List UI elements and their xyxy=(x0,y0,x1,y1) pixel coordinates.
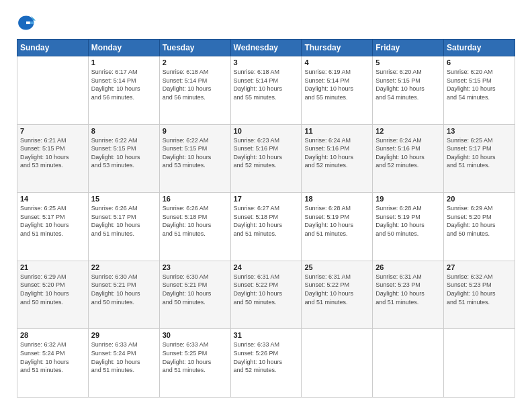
day-info: Sunrise: 6:26 AM Sunset: 5:17 PM Dayligh… xyxy=(91,204,157,238)
calendar-week-3: 14Sunrise: 6:25 AM Sunset: 5:17 PM Dayli… xyxy=(17,193,515,261)
logo-icon xyxy=(17,13,36,32)
day-info: Sunrise: 6:28 AM Sunset: 5:19 PM Dayligh… xyxy=(375,204,441,238)
day-number: 10 xyxy=(234,127,299,135)
calendar-cell: 22Sunrise: 6:30 AM Sunset: 5:21 PM Dayli… xyxy=(88,261,159,329)
calendar-cell: 26Sunrise: 6:31 AM Sunset: 5:23 PM Dayli… xyxy=(373,261,444,329)
day-info: Sunrise: 6:32 AM Sunset: 5:24 PM Dayligh… xyxy=(20,340,85,374)
day-number: 8 xyxy=(91,127,157,135)
calendar-cell: 1Sunrise: 6:17 AM Sunset: 5:14 PM Daylig… xyxy=(88,56,159,125)
weekday-header-row: SundayMondayTuesdayWednesdayThursdayFrid… xyxy=(17,40,515,56)
day-number: 3 xyxy=(234,58,299,66)
day-info: Sunrise: 6:32 AM Sunset: 5:23 PM Dayligh… xyxy=(447,273,512,306)
day-info: Sunrise: 6:28 AM Sunset: 5:19 PM Dayligh… xyxy=(304,204,369,238)
day-info: Sunrise: 6:27 AM Sunset: 5:18 PM Dayligh… xyxy=(234,204,299,238)
calendar-cell: 18Sunrise: 6:28 AM Sunset: 5:19 PM Dayli… xyxy=(302,193,373,261)
calendar-cell: 24Sunrise: 6:31 AM Sunset: 5:22 PM Dayli… xyxy=(230,261,302,329)
calendar-cell: 17Sunrise: 6:27 AM Sunset: 5:18 PM Dayli… xyxy=(230,193,302,261)
header xyxy=(17,13,515,32)
day-info: Sunrise: 6:22 AM Sunset: 5:15 PM Dayligh… xyxy=(163,136,228,170)
logo xyxy=(17,13,38,32)
calendar-cell: 11Sunrise: 6:24 AM Sunset: 5:16 PM Dayli… xyxy=(302,124,373,193)
day-info: Sunrise: 6:21 AM Sunset: 5:15 PM Dayligh… xyxy=(20,136,85,170)
day-number: 24 xyxy=(234,263,299,271)
day-number: 2 xyxy=(163,58,228,66)
calendar-cell: 2Sunrise: 6:18 AM Sunset: 5:14 PM Daylig… xyxy=(159,56,230,125)
calendar-cell: 14Sunrise: 6:25 AM Sunset: 5:17 PM Dayli… xyxy=(17,193,89,261)
day-info: Sunrise: 6:31 AM Sunset: 5:22 PM Dayligh… xyxy=(234,273,299,306)
calendar-cell: 15Sunrise: 6:26 AM Sunset: 5:17 PM Dayli… xyxy=(88,193,159,261)
day-number: 29 xyxy=(91,331,157,339)
weekday-header-wednesday: Wednesday xyxy=(230,40,302,56)
calendar-cell: 27Sunrise: 6:32 AM Sunset: 5:23 PM Dayli… xyxy=(444,261,515,329)
day-info: Sunrise: 6:22 AM Sunset: 5:15 PM Dayligh… xyxy=(91,136,157,170)
calendar-week-5: 28Sunrise: 6:32 AM Sunset: 5:24 PM Dayli… xyxy=(17,329,515,398)
weekday-header-saturday: Saturday xyxy=(444,40,515,56)
day-info: Sunrise: 6:18 AM Sunset: 5:14 PM Dayligh… xyxy=(163,68,228,101)
day-info: Sunrise: 6:30 AM Sunset: 5:21 PM Dayligh… xyxy=(163,273,228,306)
day-number: 21 xyxy=(20,263,85,271)
day-number: 17 xyxy=(234,195,299,203)
day-info: Sunrise: 6:33 AM Sunset: 5:26 PM Dayligh… xyxy=(234,340,299,374)
calendar-table: SundayMondayTuesdayWednesdayThursdayFrid… xyxy=(17,39,515,398)
weekday-header-tuesday: Tuesday xyxy=(159,40,230,56)
calendar-cell: 9Sunrise: 6:22 AM Sunset: 5:15 PM Daylig… xyxy=(159,124,230,193)
day-info: Sunrise: 6:20 AM Sunset: 5:15 PM Dayligh… xyxy=(375,68,441,101)
weekday-header-monday: Monday xyxy=(88,40,159,56)
day-number: 12 xyxy=(375,127,441,135)
day-info: Sunrise: 6:23 AM Sunset: 5:16 PM Dayligh… xyxy=(234,136,299,170)
day-number: 5 xyxy=(375,58,441,66)
calendar-cell: 31Sunrise: 6:33 AM Sunset: 5:26 PM Dayli… xyxy=(230,329,302,398)
day-info: Sunrise: 6:31 AM Sunset: 5:22 PM Dayligh… xyxy=(304,273,369,306)
day-info: Sunrise: 6:19 AM Sunset: 5:14 PM Dayligh… xyxy=(304,68,369,101)
calendar-cell: 25Sunrise: 6:31 AM Sunset: 5:22 PM Dayli… xyxy=(302,261,373,329)
day-info: Sunrise: 6:20 AM Sunset: 5:15 PM Dayligh… xyxy=(447,68,512,101)
day-number: 6 xyxy=(447,58,512,66)
day-number: 30 xyxy=(163,331,228,339)
calendar-week-1: 1Sunrise: 6:17 AM Sunset: 5:14 PM Daylig… xyxy=(17,56,515,125)
day-number: 27 xyxy=(447,263,512,271)
day-number: 31 xyxy=(234,331,299,339)
day-number: 19 xyxy=(375,195,441,203)
day-info: Sunrise: 6:33 AM Sunset: 5:24 PM Dayligh… xyxy=(91,340,157,374)
day-number: 22 xyxy=(91,263,157,271)
calendar-cell xyxy=(302,329,373,398)
calendar-cell: 16Sunrise: 6:26 AM Sunset: 5:18 PM Dayli… xyxy=(159,193,230,261)
day-number: 25 xyxy=(304,263,369,271)
calendar-week-4: 21Sunrise: 6:29 AM Sunset: 5:20 PM Dayli… xyxy=(17,261,515,329)
day-info: Sunrise: 6:17 AM Sunset: 5:14 PM Dayligh… xyxy=(91,68,157,101)
day-number: 23 xyxy=(163,263,228,271)
calendar-cell: 4Sunrise: 6:19 AM Sunset: 5:14 PM Daylig… xyxy=(302,56,373,125)
calendar-cell: 19Sunrise: 6:28 AM Sunset: 5:19 PM Dayli… xyxy=(373,193,444,261)
weekday-header-sunday: Sunday xyxy=(17,40,89,56)
page: SundayMondayTuesdayWednesdayThursdayFrid… xyxy=(0,0,532,411)
calendar-cell: 21Sunrise: 6:29 AM Sunset: 5:20 PM Dayli… xyxy=(17,261,89,329)
calendar-cell: 20Sunrise: 6:29 AM Sunset: 5:20 PM Dayli… xyxy=(444,193,515,261)
day-info: Sunrise: 6:25 AM Sunset: 5:17 PM Dayligh… xyxy=(20,204,85,238)
day-number: 14 xyxy=(20,195,85,203)
calendar-cell: 30Sunrise: 6:33 AM Sunset: 5:25 PM Dayli… xyxy=(159,329,230,398)
day-info: Sunrise: 6:30 AM Sunset: 5:21 PM Dayligh… xyxy=(91,273,157,306)
day-info: Sunrise: 6:26 AM Sunset: 5:18 PM Dayligh… xyxy=(163,204,228,238)
day-info: Sunrise: 6:18 AM Sunset: 5:14 PM Dayligh… xyxy=(234,68,299,101)
day-number: 11 xyxy=(304,127,369,135)
calendar-cell: 12Sunrise: 6:24 AM Sunset: 5:16 PM Dayli… xyxy=(373,124,444,193)
calendar-cell: 8Sunrise: 6:22 AM Sunset: 5:15 PM Daylig… xyxy=(88,124,159,193)
day-info: Sunrise: 6:24 AM Sunset: 5:16 PM Dayligh… xyxy=(304,136,369,170)
day-number: 28 xyxy=(20,331,85,339)
day-number: 15 xyxy=(91,195,157,203)
day-info: Sunrise: 6:29 AM Sunset: 5:20 PM Dayligh… xyxy=(447,204,512,238)
weekday-header-thursday: Thursday xyxy=(302,40,373,56)
calendar-cell xyxy=(373,329,444,398)
day-number: 26 xyxy=(375,263,441,271)
day-number: 1 xyxy=(91,58,157,66)
day-info: Sunrise: 6:31 AM Sunset: 5:23 PM Dayligh… xyxy=(375,273,441,306)
day-info: Sunrise: 6:25 AM Sunset: 5:17 PM Dayligh… xyxy=(447,136,512,170)
calendar-cell: 29Sunrise: 6:33 AM Sunset: 5:24 PM Dayli… xyxy=(88,329,159,398)
calendar-cell: 3Sunrise: 6:18 AM Sunset: 5:14 PM Daylig… xyxy=(230,56,302,125)
calendar-cell: 23Sunrise: 6:30 AM Sunset: 5:21 PM Dayli… xyxy=(159,261,230,329)
day-number: 7 xyxy=(20,127,85,135)
day-info: Sunrise: 6:24 AM Sunset: 5:16 PM Dayligh… xyxy=(375,136,441,170)
day-info: Sunrise: 6:29 AM Sunset: 5:20 PM Dayligh… xyxy=(20,273,85,306)
day-number: 9 xyxy=(163,127,228,135)
day-number: 13 xyxy=(447,127,512,135)
